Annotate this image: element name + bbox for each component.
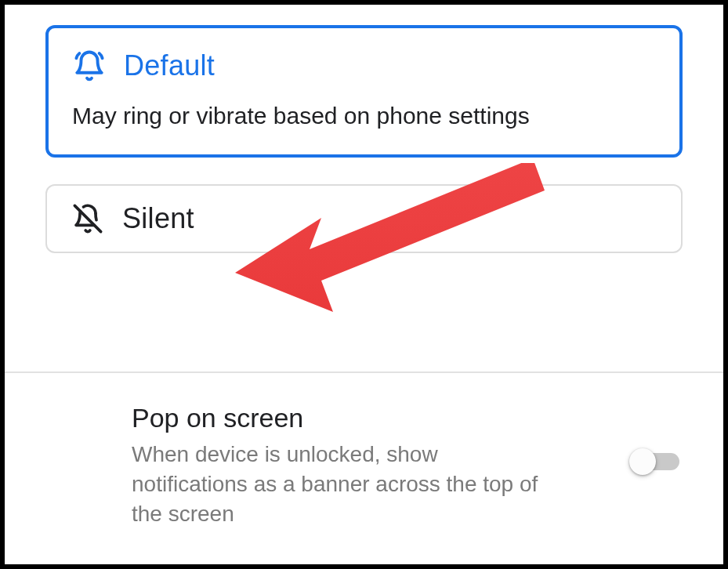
toggle-thumb	[629, 448, 656, 475]
notification-option-default[interactable]: Default May ring or vibrate based on pho…	[45, 25, 683, 158]
option-header: Silent	[71, 201, 657, 236]
pop-on-screen-title: Pop on screen	[132, 403, 606, 433]
bell-ring-icon	[72, 49, 107, 83]
option-silent-label: Silent	[122, 202, 194, 235]
settings-panel: Default May ring or vibrate based on pho…	[0, 0, 728, 569]
option-default-description: May ring or vibrate based on phone setti…	[72, 100, 656, 131]
notification-option-silent[interactable]: Silent	[45, 184, 683, 253]
section-divider	[5, 371, 723, 373]
pop-on-screen-row[interactable]: Pop on screen When device is unlocked, s…	[5, 403, 723, 528]
pop-on-screen-description: When device is unlocked, show notificati…	[132, 440, 539, 528]
pop-on-screen-toggle[interactable]	[629, 447, 683, 477]
option-header: Default	[72, 49, 656, 83]
pop-on-screen-text: Pop on screen When device is unlocked, s…	[132, 403, 629, 528]
bell-off-icon	[71, 201, 105, 236]
option-default-label: Default	[124, 49, 215, 82]
